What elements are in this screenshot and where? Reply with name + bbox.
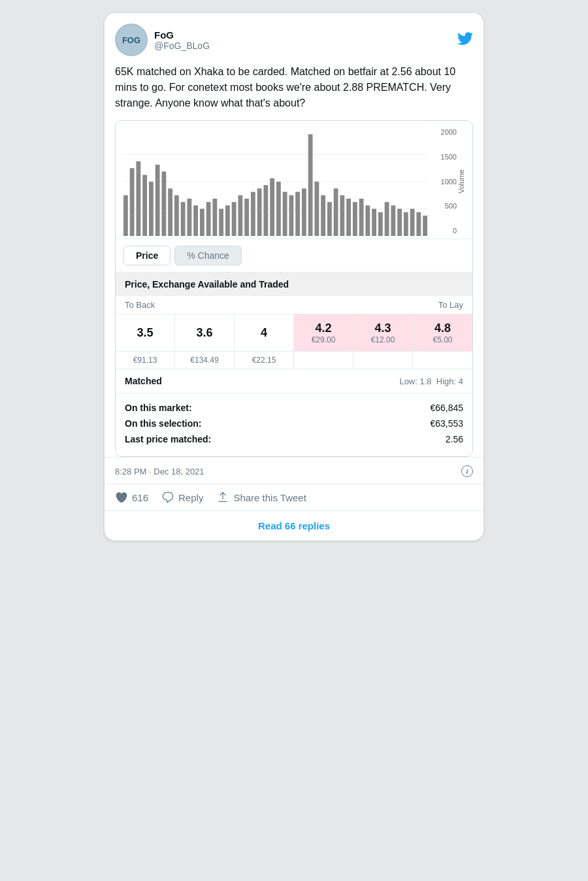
svg-rect-17 (200, 209, 204, 237)
svg-rect-40 (346, 199, 351, 236)
user-info: FoG @FoG_BLoG (154, 29, 210, 51)
lay-label: To Lay (438, 300, 463, 310)
amount-cell-5 (413, 352, 472, 369)
price-grid: 3.5 3.6 4 4.2 €29.00 4.3 €12.00 (116, 314, 472, 351)
twitter-bird-icon (457, 31, 473, 49)
table-header: Price, Exchange Available and Traded (116, 273, 472, 296)
tweet-header: FOG FoG @FoG_BLoG (115, 24, 473, 56)
price-cell-0: 3.5 (116, 314, 175, 351)
y-label-1500: 1500 (441, 154, 457, 161)
svg-rect-26 (257, 188, 262, 236)
svg-rect-25 (251, 192, 255, 236)
amount-cell-1: €134.49 (175, 352, 235, 369)
matched-section: Matched Low: 1.8 High: 4 (116, 369, 472, 393)
svg-rect-10 (155, 165, 160, 236)
svg-rect-29 (276, 182, 281, 236)
svg-rect-20 (219, 209, 223, 237)
svg-rect-9 (149, 182, 154, 236)
svg-rect-21 (225, 205, 230, 236)
username: @FoG_BLoG (154, 41, 210, 51)
y-label-1000: 1000 (441, 178, 457, 186)
svg-rect-22 (232, 202, 237, 236)
svg-rect-18 (206, 202, 211, 236)
svg-rect-16 (193, 205, 198, 236)
back-lay-row: To Back To Lay (116, 296, 472, 314)
share-icon (216, 491, 229, 504)
read-replies-btn[interactable]: Read 66 replies (105, 510, 483, 540)
share-action[interactable]: Share this Tweet (216, 491, 306, 504)
heart-icon (115, 491, 128, 504)
table-section: Price, Exchange Available and Traded To … (116, 272, 472, 456)
y-label-2000: 2000 (441, 129, 457, 136)
svg-rect-42 (359, 199, 364, 236)
svg-rect-5 (123, 195, 128, 236)
svg-rect-49 (404, 212, 408, 236)
toggle-row: Price % Chance (116, 239, 472, 272)
stat-row-0: On this market: €66,845 (125, 400, 463, 416)
svg-rect-37 (327, 202, 332, 236)
svg-rect-30 (283, 192, 287, 236)
stat-row-1: On this selection: €63,553 (125, 416, 463, 431)
like-action[interactable]: 616 (115, 491, 148, 504)
reply-action[interactable]: Reply (161, 491, 203, 504)
svg-rect-7 (136, 161, 140, 236)
svg-rect-39 (340, 195, 344, 236)
avatar: FOG (115, 24, 148, 56)
svg-rect-28 (270, 178, 274, 236)
svg-rect-31 (289, 195, 293, 236)
reply-icon (161, 491, 174, 504)
y-label-500: 500 (445, 203, 457, 210)
chance-toggle-btn[interactable]: % Chance (174, 246, 242, 265)
chart-svg (122, 127, 428, 236)
svg-rect-41 (353, 202, 357, 236)
price-cell-3: 4.2 €29.00 (294, 314, 353, 351)
svg-rect-11 (161, 171, 166, 236)
amount-cell-3 (294, 352, 353, 369)
svg-rect-34 (308, 134, 313, 236)
svg-rect-47 (391, 205, 395, 236)
tweet-user: FOG FoG @FoG_BLoG (115, 24, 210, 56)
svg-rect-38 (334, 188, 338, 236)
timestamp-text: 8:28 PM · Dec 18, 2021 (115, 467, 204, 476)
tweet-actions: 616 Reply Share this Tweet (105, 484, 483, 510)
svg-rect-51 (416, 212, 421, 236)
amount-cell-0: €91.13 (116, 352, 175, 369)
svg-rect-15 (187, 199, 191, 236)
back-label: To Back (125, 300, 155, 310)
chart-area: 2000 1500 1000 500 0 Volume (116, 121, 472, 239)
amount-cell-2: €22.15 (235, 352, 294, 369)
svg-rect-19 (212, 199, 217, 236)
svg-rect-43 (365, 205, 370, 236)
svg-rect-6 (130, 168, 135, 236)
chart-y-title: Volume (457, 127, 466, 236)
svg-rect-33 (302, 188, 306, 236)
matched-range: Low: 1.8 High: 4 (399, 376, 463, 386)
tweet-timestamp: 8:28 PM · Dec 18, 2021 i (105, 457, 483, 484)
svg-rect-24 (244, 199, 249, 236)
svg-rect-45 (378, 212, 383, 236)
svg-rect-48 (397, 209, 402, 237)
like-count: 616 (132, 492, 148, 503)
amount-grid: €91.13 €134.49 €22.15 (116, 351, 472, 369)
svg-rect-14 (181, 202, 186, 236)
price-toggle-btn[interactable]: Price (123, 246, 171, 265)
price-cell-5: 4.8 €5.00 (413, 314, 472, 351)
reply-label: Reply (178, 492, 203, 503)
stat-row-2: Last price matched: 2.56 (125, 431, 463, 447)
svg-rect-23 (238, 195, 242, 236)
display-name: FoG (154, 29, 210, 41)
svg-rect-32 (295, 192, 300, 236)
svg-rect-36 (321, 195, 325, 236)
chart-y-axis: 2000 1500 1000 500 0 (428, 127, 457, 236)
y-axis-group: 2000 1500 1000 500 0 Volume (428, 127, 466, 236)
tweet-card: FOG FoG @FoG_BLoG 65K matched on Xhaka t… (105, 13, 483, 540)
svg-rect-35 (314, 182, 319, 236)
svg-rect-12 (168, 188, 172, 236)
info-icon[interactable]: i (461, 465, 473, 477)
amount-cell-4 (353, 352, 413, 369)
svg-rect-50 (410, 209, 415, 237)
svg-rect-44 (372, 209, 376, 237)
price-cell-1: 3.6 (175, 314, 235, 351)
stats-section: On this market: €66,845 On this selectio… (116, 393, 472, 456)
svg-rect-52 (423, 216, 427, 236)
